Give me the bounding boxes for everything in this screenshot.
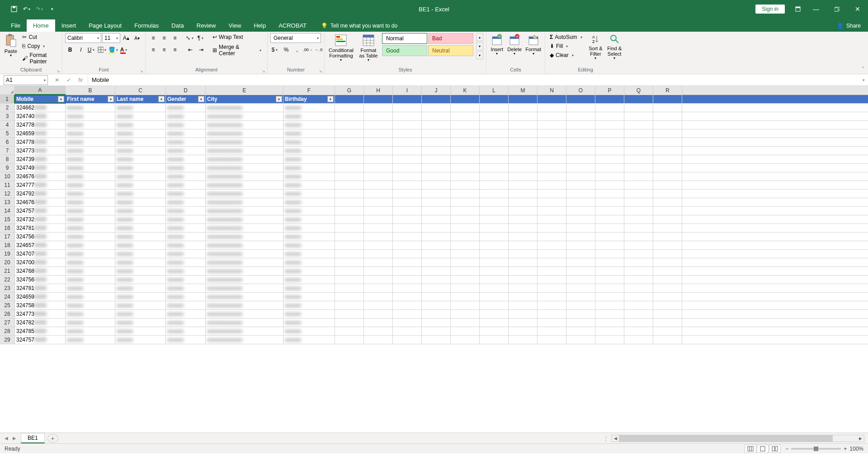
cell[interactable] — [451, 301, 480, 309]
cell[interactable] — [451, 207, 480, 215]
cell[interactable] — [451, 215, 480, 223]
cell[interactable] — [393, 172, 422, 181]
cell[interactable]: xxxxxx — [283, 215, 335, 223]
cell[interactable] — [566, 267, 595, 275]
cell[interactable]: xxxxxxxxxxxxx — [206, 138, 283, 146]
cell[interactable] — [393, 241, 422, 249]
cell[interactable] — [566, 138, 595, 146]
cell[interactable] — [393, 129, 422, 138]
cell[interactable] — [393, 95, 422, 103]
cell[interactable] — [509, 95, 538, 103]
cell[interactable]: xxxxxx — [166, 112, 206, 120]
row-header-20[interactable]: 20 — [0, 258, 15, 266]
cell[interactable] — [595, 233, 624, 241]
tab-formulas[interactable]: Formulas — [128, 19, 165, 32]
cell[interactable] — [538, 172, 566, 181]
cell[interactable] — [624, 224, 653, 232]
cell[interactable] — [422, 233, 451, 241]
minimize-button[interactable]: — — [806, 0, 826, 18]
cell[interactable]: xxxxxx — [166, 293, 206, 301]
tab-data[interactable]: Data — [165, 19, 190, 32]
cell[interactable]: xxxxxx — [66, 215, 115, 223]
cell[interactable] — [595, 241, 624, 249]
cell[interactable] — [480, 336, 509, 344]
font-color-button[interactable]: A▾ — [119, 45, 129, 55]
cell[interactable] — [364, 284, 393, 292]
cell[interactable] — [595, 190, 624, 198]
cell[interactable]: xxxxxx — [283, 190, 335, 198]
cell[interactable]: 3247820000 — [15, 319, 66, 327]
cell[interactable] — [538, 241, 566, 249]
cell[interactable] — [364, 336, 393, 344]
cell[interactable] — [422, 155, 451, 163]
cell[interactable] — [422, 198, 451, 206]
cell[interactable] — [538, 215, 566, 223]
cell[interactable] — [595, 319, 624, 327]
cell[interactable] — [422, 164, 451, 172]
cell[interactable] — [393, 155, 422, 163]
cell[interactable] — [480, 112, 509, 120]
formula-input[interactable]: Mobile — [88, 75, 859, 85]
cell[interactable]: 3247570000 — [15, 207, 66, 215]
cell[interactable] — [566, 121, 595, 129]
insert-cells-button[interactable]: +Insert▾ — [489, 33, 505, 57]
cell[interactable] — [480, 319, 509, 327]
cell[interactable]: xxxxxx — [283, 138, 335, 146]
cell[interactable]: xxxxxx — [66, 233, 115, 241]
column-header-O[interactable]: O — [566, 86, 595, 95]
cell[interactable] — [393, 138, 422, 146]
cell[interactable]: xxxxxx — [166, 129, 206, 138]
orientation-button[interactable]: ⤡▾ — [185, 33, 195, 43]
cell[interactable] — [364, 215, 393, 223]
style-neutral[interactable]: Neutral — [428, 45, 473, 56]
cell[interactable] — [509, 181, 538, 189]
cell[interactable] — [538, 284, 566, 292]
cell[interactable] — [451, 250, 480, 258]
cancel-formula-icon[interactable]: ✕ — [52, 75, 62, 85]
cell[interactable] — [595, 181, 624, 189]
filter-dropdown-icon[interactable]: ▼ — [158, 96, 165, 102]
cell[interactable] — [624, 95, 653, 103]
cell[interactable] — [480, 267, 509, 275]
cell[interactable] — [509, 233, 538, 241]
cell[interactable]: xxxxxxxxxxxxx — [206, 198, 283, 206]
cell[interactable]: xxxxxx — [66, 293, 115, 301]
cell[interactable]: xxxxxxxxxxxxx — [206, 276, 283, 284]
cell[interactable] — [566, 241, 595, 249]
cell[interactable] — [422, 190, 451, 198]
cell[interactable] — [480, 129, 509, 138]
cell[interactable] — [509, 284, 538, 292]
cell[interactable] — [509, 250, 538, 258]
cell[interactable]: xxxxxx — [115, 112, 166, 120]
cell[interactable] — [624, 121, 653, 129]
cell[interactable] — [653, 319, 682, 327]
cell[interactable] — [538, 147, 566, 155]
cell[interactable] — [624, 181, 653, 189]
cell[interactable] — [393, 284, 422, 292]
cell[interactable] — [422, 301, 451, 309]
filter-dropdown-icon[interactable]: ▼ — [198, 96, 204, 102]
cell[interactable] — [566, 215, 595, 223]
cell[interactable] — [538, 112, 566, 120]
row-header-2[interactable]: 2 — [0, 104, 15, 112]
cell[interactable]: xxxxxxxxxxxxx — [206, 310, 283, 318]
cell[interactable] — [451, 241, 480, 249]
cell[interactable] — [480, 233, 509, 241]
cell[interactable] — [422, 293, 451, 301]
cell[interactable] — [538, 276, 566, 284]
cell[interactable]: 3247780000 — [15, 121, 66, 129]
cell[interactable] — [653, 121, 682, 129]
cell[interactable]: xxxxxx — [66, 190, 115, 198]
cell[interactable] — [422, 327, 451, 335]
cell[interactable] — [538, 319, 566, 327]
cell[interactable]: xxxxxx — [166, 215, 206, 223]
cell[interactable]: 3247810000 — [15, 284, 66, 292]
wrap-text-button[interactable]: ↩Wrap Text — [211, 33, 264, 41]
cell[interactable] — [653, 267, 682, 275]
cell[interactable] — [480, 276, 509, 284]
cell[interactable] — [364, 241, 393, 249]
header-cell-mobile[interactable]: Mobile▼ — [15, 95, 66, 103]
row-header-16[interactable]: 16 — [0, 224, 15, 232]
cell[interactable]: xxxxxx — [166, 147, 206, 155]
cell[interactable] — [538, 336, 566, 344]
